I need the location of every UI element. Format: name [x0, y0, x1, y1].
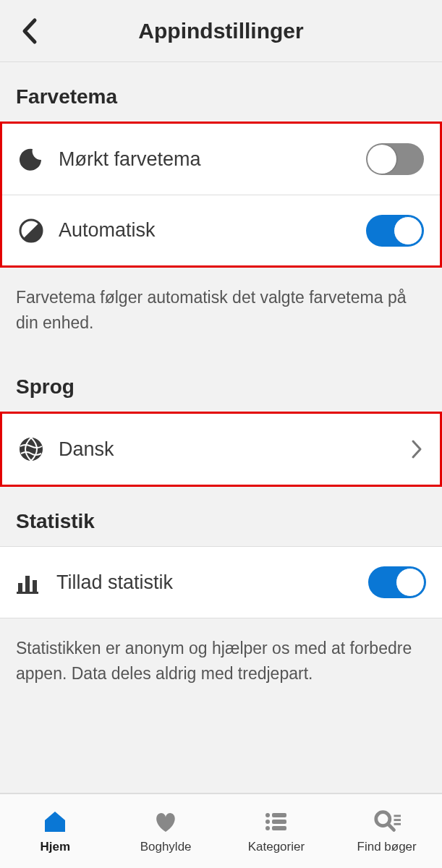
- svg-rect-5: [17, 592, 38, 594]
- auto-theme-row: Automatisk: [2, 195, 440, 265]
- svg-rect-3: [25, 576, 30, 592]
- bar-chart-icon: [16, 569, 42, 595]
- auto-theme-toggle[interactable]: [366, 215, 424, 247]
- svg-point-10: [265, 826, 270, 830]
- allow-statistics-label: Tillad statistik: [56, 571, 354, 594]
- dark-theme-label: Mørkt farvetema: [59, 148, 352, 171]
- tab-bookshelf[interactable]: Boghylde: [111, 794, 221, 868]
- svg-line-13: [388, 825, 394, 830]
- svg-rect-4: [33, 580, 37, 592]
- statistics-group: Tillad statistik: [0, 546, 442, 618]
- language-group: Dansk: [0, 412, 442, 487]
- tab-find-books-label: Find bøger: [357, 840, 417, 854]
- search-list-icon: [373, 808, 401, 835]
- language-row[interactable]: Dansk: [2, 414, 440, 485]
- tab-categories-label: Kategorier: [248, 840, 305, 854]
- chevron-left-icon: [20, 17, 38, 45]
- page-title: Appindstillinger: [0, 19, 442, 43]
- dark-theme-toggle[interactable]: [366, 143, 424, 175]
- half-circle-icon: [18, 218, 44, 244]
- svg-point-8: [265, 820, 270, 824]
- chevron-right-icon: [409, 438, 424, 460]
- svg-point-6: [265, 813, 270, 817]
- back-button[interactable]: [14, 17, 43, 46]
- theme-helper: Farvetema følger automatisk det valgte f…: [0, 268, 442, 352]
- tab-bookshelf-label: Boghylde: [140, 840, 192, 854]
- tab-home-label: Hjem: [41, 840, 71, 854]
- tabbar: Hjem Boghylde Kategorier: [0, 793, 442, 868]
- allow-statistics-row: Tillad statistik: [0, 547, 442, 618]
- home-icon: [41, 808, 69, 835]
- content: Farvetema Mørkt farvetema Automatisk: [0, 62, 442, 793]
- heart-icon: [152, 808, 179, 835]
- header: Appindstillinger: [0, 0, 442, 62]
- statistics-helper: Statistikken er anonym og hjælper os med…: [0, 618, 442, 703]
- language-section-title: Sprog: [0, 352, 442, 412]
- moon-icon: [18, 146, 44, 172]
- statistics-section-title: Statistik: [0, 487, 442, 546]
- tab-find-books[interactable]: Find bøger: [331, 794, 442, 868]
- tab-home[interactable]: Hjem: [0, 794, 111, 868]
- allow-statistics-toggle[interactable]: [368, 566, 426, 598]
- svg-rect-15: [394, 819, 401, 821]
- svg-rect-11: [272, 826, 286, 830]
- svg-rect-2: [18, 583, 22, 592]
- auto-theme-label: Automatisk: [59, 219, 352, 242]
- dark-theme-row: Mørkt farvetema: [2, 124, 440, 195]
- globe-icon: [18, 436, 44, 462]
- theme-section-title: Farvetema: [0, 62, 442, 122]
- list-icon: [263, 808, 290, 835]
- svg-rect-16: [394, 823, 401, 825]
- svg-rect-9: [272, 820, 286, 824]
- theme-group: Mørkt farvetema Automatisk: [0, 122, 442, 268]
- svg-rect-14: [394, 815, 401, 817]
- language-current: Dansk: [59, 438, 395, 461]
- svg-rect-7: [272, 813, 286, 817]
- svg-point-1: [20, 438, 43, 461]
- tab-categories[interactable]: Kategorier: [221, 794, 332, 868]
